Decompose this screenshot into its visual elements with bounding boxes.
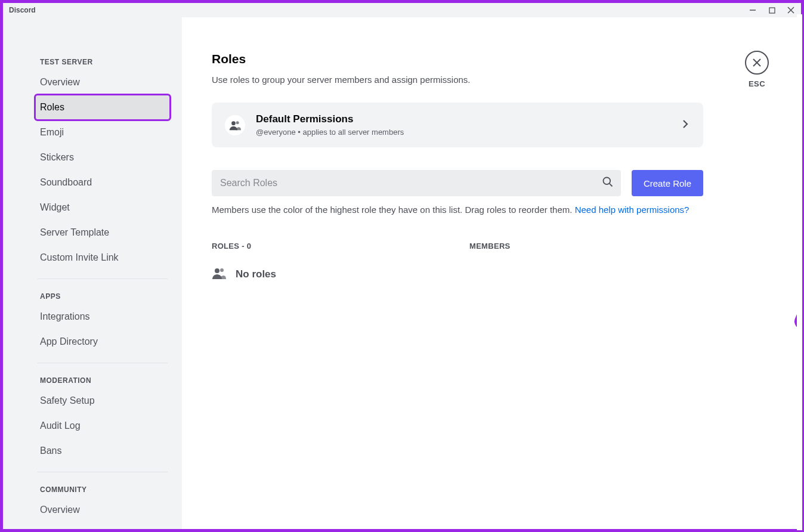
members-icon bbox=[229, 119, 241, 131]
no-roles-row: No roles bbox=[212, 266, 777, 283]
sidebar-item-soundboard[interactable]: Soundboard bbox=[35, 170, 170, 195]
sidebar-item-server-template[interactable]: Server Template bbox=[35, 220, 170, 245]
close-window-button[interactable] bbox=[787, 6, 795, 14]
sidebar-item-overview[interactable]: Overview bbox=[35, 70, 170, 95]
svg-point-8 bbox=[603, 178, 610, 185]
app-title: Discord bbox=[9, 6, 36, 14]
sidebar-item-audit-log[interactable]: Audit Log bbox=[35, 413, 170, 438]
sidebar-item-app-directory[interactable]: App Directory bbox=[35, 329, 170, 354]
members-icon bbox=[212, 266, 226, 283]
scrollbar[interactable] bbox=[797, 14, 802, 530]
sidebar-divider bbox=[38, 363, 168, 363]
sidebar-item-emoji[interactable]: Emoji bbox=[35, 120, 170, 145]
close-icon bbox=[787, 7, 794, 14]
chevron-right-icon bbox=[681, 119, 690, 131]
sidebar-item-overview[interactable]: Overview bbox=[35, 497, 170, 522]
sidebar-section-title: COMMUNITY bbox=[35, 481, 170, 497]
page-subtitle: Use roles to group your server members a… bbox=[212, 75, 777, 85]
svg-point-6 bbox=[231, 121, 236, 125]
svg-point-11 bbox=[220, 268, 224, 272]
titlebar: Discord bbox=[3, 3, 801, 17]
sidebar-item-custom-invite-link[interactable]: Custom Invite Link bbox=[35, 245, 170, 270]
sidebar-section-title: MODERATION bbox=[35, 372, 170, 388]
sidebar-section-title: APPS bbox=[35, 287, 170, 304]
roles-hint: Members use the color of the highest rol… bbox=[212, 203, 703, 216]
svg-point-7 bbox=[236, 121, 239, 124]
create-role-button[interactable]: Create Role bbox=[632, 170, 703, 196]
permissions-help-link[interactable]: Need help with permissions? bbox=[575, 205, 689, 215]
svg-line-9 bbox=[610, 184, 613, 187]
search-icon bbox=[602, 176, 614, 190]
default-permissions-title: Default Permissions bbox=[256, 113, 670, 125]
maximize-icon bbox=[769, 7, 775, 14]
svg-rect-1 bbox=[769, 8, 775, 13]
close-icon bbox=[752, 57, 762, 68]
minimize-icon bbox=[749, 7, 756, 14]
sidebar-item-stickers[interactable]: Stickers bbox=[35, 145, 170, 170]
sidebar-divider bbox=[38, 279, 168, 279]
close-settings-button[interactable]: ESC bbox=[745, 51, 769, 88]
sidebar-divider bbox=[38, 472, 168, 472]
maximize-button[interactable] bbox=[768, 6, 776, 14]
roles-column-header: ROLES - 0 bbox=[212, 242, 469, 250]
sidebar-item-integrations[interactable]: Integrations bbox=[35, 304, 170, 329]
members-column-header: MEMBERS bbox=[469, 242, 511, 250]
main-panel: ESC Roles Use roles to group your server… bbox=[182, 17, 801, 529]
default-permissions-card[interactable]: Default Permissions @everyone • applies … bbox=[212, 103, 703, 147]
page-title: Roles bbox=[212, 52, 777, 66]
sidebar-item-bans[interactable]: Bans bbox=[35, 438, 170, 463]
members-icon-wrap bbox=[225, 115, 245, 135]
no-roles-label: No roles bbox=[236, 268, 276, 280]
sidebar-item-roles[interactable]: Roles bbox=[35, 95, 170, 120]
sidebar-item-safety-setup[interactable]: Safety Setup bbox=[35, 388, 170, 413]
default-permissions-subtitle: @everyone • applies to all server member… bbox=[256, 128, 670, 137]
svg-point-10 bbox=[215, 268, 219, 273]
search-roles-input[interactable] bbox=[212, 170, 621, 196]
sidebar-item-widget[interactable]: Widget bbox=[35, 195, 170, 220]
sidebar-section-title: TEST SERVER bbox=[35, 53, 170, 70]
settings-sidebar: TEST SERVEROverviewRolesEmojiStickersSou… bbox=[3, 17, 182, 529]
esc-label: ESC bbox=[749, 79, 765, 88]
minimize-button[interactable] bbox=[749, 6, 757, 14]
